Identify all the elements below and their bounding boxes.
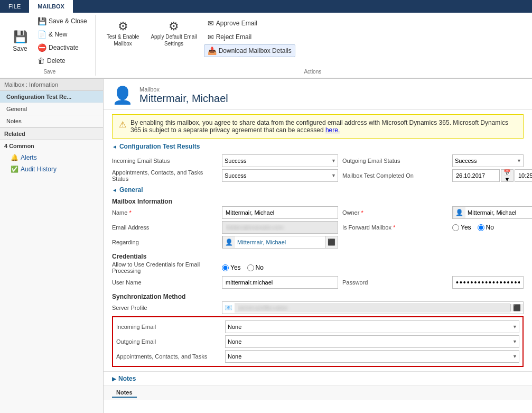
deactivate-icon: ⛔: [38, 43, 46, 52]
approve-email-label: Approve Email: [216, 20, 257, 27]
forward-yes-radio[interactable]: [452, 224, 459, 231]
test-enable-button[interactable]: ⚙ Test & EnableMailbox: [102, 17, 144, 50]
incoming-status-select[interactable]: Success: [222, 154, 338, 167]
config-arrow-icon: ◄: [112, 144, 117, 150]
outgoing-email-row: Outgoing Email None ▼: [116, 335, 519, 348]
approve-email-button[interactable]: ✉ Approve Email: [204, 17, 295, 30]
warning-link[interactable]: here.: [325, 126, 340, 134]
general-section-header[interactable]: ◄ General: [112, 186, 524, 194]
save-close-button[interactable]: 💾 Save & Close: [34, 15, 91, 27]
forward-no-radio[interactable]: [478, 224, 484, 231]
sidebar-item-notes[interactable]: Notes: [0, 115, 103, 127]
reject-email-label: Reject Email: [216, 33, 251, 41]
content-area: 👤 Mailbox Mittermair, Michael ⚠ By enabl…: [104, 79, 532, 413]
credentials-row: Allow to Use Credentials for Email Proce…: [112, 261, 524, 274]
notes-arrow-icon: ▶: [112, 376, 116, 382]
sidebar-related: Related: [0, 127, 103, 140]
download-mailbox-label: Download Mailbox Details: [219, 47, 292, 54]
server-profile-input[interactable]: [235, 303, 510, 313]
sidebar-item-alerts[interactable]: 🔔 Alerts: [0, 152, 103, 163]
audit-label: Audit History: [21, 166, 57, 173]
server-profile-input-wrap: 📧 ⬛: [222, 301, 524, 314]
header-subtitle: Mailbox: [139, 86, 228, 93]
mailbox-test-time[interactable]: [515, 169, 532, 182]
name-input[interactable]: [222, 206, 338, 219]
credentials-radio-group: Yes No: [222, 264, 338, 271]
apply-default-icon: ⚙: [169, 20, 179, 33]
owner-input[interactable]: [465, 207, 532, 218]
mailbox-test-date[interactable]: [452, 169, 500, 182]
config-section: ◄ Configuration Test Results Incoming Em…: [112, 143, 524, 182]
notes-tab[interactable]: Notes: [112, 388, 137, 398]
notes-section-header[interactable]: ▶ Notes: [104, 371, 532, 386]
creds-no-label[interactable]: No: [247, 264, 264, 271]
save-sub-buttons: 💾 Save & Close 📄 & New ⛔ Deactivate 🗑 De…: [34, 15, 91, 67]
config-row-1: Incoming Email Status Success ▼ Outgoing…: [112, 154, 524, 167]
email-address-input[interactable]: [222, 221, 338, 234]
name-label: Name: [112, 209, 218, 216]
forward-radio-group: Yes No: [452, 224, 524, 231]
apply-default-button[interactable]: ⚙ Apply Default EmailSettings: [146, 17, 201, 50]
email-forward-row: Email Address Is Forward Mailbox Yes No: [112, 221, 524, 234]
notes-section-title: Notes: [118, 375, 136, 382]
sidebar-common: 4 Common: [0, 140, 103, 152]
download-mailbox-button[interactable]: 📥 Download Mailbox Details: [204, 44, 295, 57]
regarding-input-wrap: 👤 ⬛: [222, 236, 338, 249]
forward-no-label[interactable]: No: [478, 224, 494, 231]
regarding-label: Regarding: [112, 239, 218, 245]
server-profile-label: Server Profile: [112, 305, 218, 311]
sidebar-item-general[interactable]: General: [0, 103, 103, 115]
creds-no-radio[interactable]: [247, 264, 254, 271]
forward-yes-label[interactable]: Yes: [452, 224, 471, 231]
regarding-lookup-icon[interactable]: ⬛: [325, 236, 338, 248]
save-close-label: Save & Close: [49, 17, 87, 25]
owner-label: Owner: [342, 209, 448, 216]
appt-tasks-row: Appointments, Contacts, and Tasks None ▼: [116, 350, 519, 363]
allow-creds-label: Allow to Use Credentials for Email Proce…: [112, 261, 218, 274]
ribbon: FILE MAILBOX 💾 Save 💾 Save & Close 📄 &: [0, 0, 532, 79]
save-icon: 💾: [13, 30, 27, 44]
header-text: Mailbox Mittermair, Michael: [139, 86, 228, 105]
delete-button[interactable]: 🗑 Delete: [34, 54, 91, 67]
owner-input-wrap: 👤 ⬛: [452, 206, 532, 219]
incoming-email-select[interactable]: None: [225, 320, 519, 333]
download-mailbox-icon: 📥: [208, 47, 217, 55]
incoming-email-select-wrap: None ▼: [225, 320, 519, 333]
username-input[interactable]: [222, 276, 338, 289]
ribbon-tab-bar: FILE MAILBOX: [0, 0, 532, 13]
main-layout: Mailbox : Information Configuration Test…: [0, 79, 532, 413]
alerts-icon: 🔔: [11, 154, 18, 161]
deactivate-label: Deactivate: [49, 44, 79, 51]
appt-status-select[interactable]: Success: [222, 169, 338, 182]
sidebar-item-audit[interactable]: ✅ Audit History: [0, 163, 103, 175]
outgoing-email-select[interactable]: None: [225, 335, 519, 348]
general-section-title: General: [119, 186, 143, 194]
sidebar-item-config[interactable]: Configuration Test Re...: [0, 91, 103, 103]
mailbox-test-datetime: 📅▼ ▼: [452, 169, 532, 182]
config-row-2: Appointments, Contacts, and Tasks Status…: [112, 169, 524, 182]
outgoing-status-select[interactable]: Success: [452, 154, 524, 167]
tab-mailbox[interactable]: MAILBOX: [29, 0, 73, 13]
outgoing-status-wrap: Success ▼: [452, 154, 524, 167]
outgoing-email-sync-label: Outgoing Email: [116, 338, 222, 345]
regarding-input[interactable]: [235, 236, 325, 248]
config-section-header[interactable]: ◄ Configuration Test Results: [112, 143, 524, 150]
save-button[interactable]: 💾 Save: [8, 27, 32, 55]
calendar-button[interactable]: 📅▼: [501, 169, 514, 182]
new-button[interactable]: 📄 & New: [34, 28, 91, 41]
creds-yes-label[interactable]: Yes: [222, 264, 241, 271]
appt-tasks-select[interactable]: None: [225, 350, 519, 363]
regarding-person-icon: 👤: [222, 236, 235, 248]
incoming-status-label: Incoming Email Status: [112, 158, 218, 164]
name-owner-row: Name Owner 👤 ⬛: [112, 206, 524, 219]
notes-footer: Notes: [104, 386, 532, 400]
deactivate-button[interactable]: ⛔ Deactivate: [34, 41, 91, 54]
password-input[interactable]: [452, 276, 524, 289]
reject-email-button[interactable]: ✉ Reject Email: [204, 31, 295, 43]
actions-buttons: ⚙ Test & EnableMailbox ⚙ Apply Default E…: [102, 15, 524, 67]
creds-yes-radio[interactable]: [222, 264, 229, 271]
server-profile-icon: 📧: [222, 304, 235, 311]
server-profile-lookup-icon[interactable]: ⬛: [510, 304, 523, 311]
delete-label: Delete: [47, 57, 66, 65]
tab-file[interactable]: FILE: [0, 0, 29, 13]
